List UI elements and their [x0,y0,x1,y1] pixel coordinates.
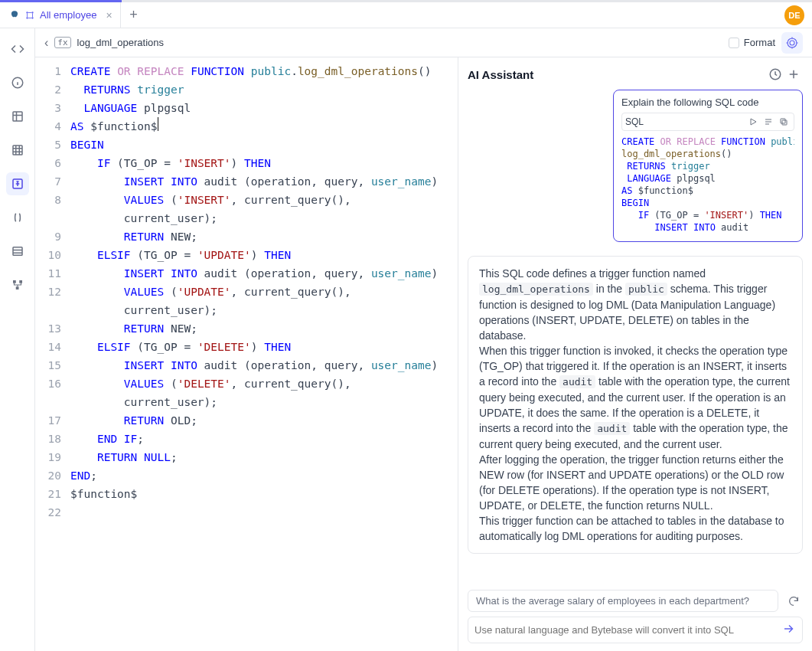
line-gutter: 12345678910111213141516171819202122 [35,57,69,651]
ai-input-box[interactable] [468,617,803,643]
svg-point-1 [31,11,33,13]
svg-rect-6 [13,146,22,155]
code-icon[interactable] [6,38,29,61]
prompt-code-preview: CREATE OR REPLACE FUNCTION public.log_dm… [621,136,794,234]
svg-point-3 [31,17,33,18]
postgres-icon [9,10,20,21]
tabs-row: All employee × + DE [0,2,812,28]
breadcrumb-name: log_dml_operations [77,37,164,48]
run-icon[interactable] [746,115,760,129]
prompt-lang-row: SQL [621,113,794,131]
function-icon[interactable] [6,172,29,195]
ai-input[interactable] [474,624,782,636]
history-icon[interactable] [766,65,784,83]
send-icon[interactable] [782,622,796,638]
new-chat-icon[interactable] [784,65,803,83]
back-icon[interactable]: ‹ [44,36,48,50]
ai-answer: This SQL code defines a trigger function… [468,256,803,554]
rows-icon[interactable] [6,240,29,263]
ai-assistant-toggle[interactable] [781,32,803,54]
close-icon[interactable]: × [106,9,112,21]
svg-rect-9 [13,280,16,283]
checkbox-icon [729,38,739,48]
prompt-title: Explain the following SQL code [621,97,794,108]
ai-title: AI Assistant [468,68,533,81]
parens-icon[interactable] [6,206,29,229]
add-tab-button[interactable]: + [121,2,147,28]
tab-all-employee[interactable]: All employee × [2,2,121,28]
svg-rect-16 [781,119,785,123]
suggestion-chip[interactable]: What is the average salary of employees … [468,590,778,612]
copy-icon[interactable] [777,115,791,129]
function-badge-icon: fx [54,37,70,48]
avatar[interactable]: DE [784,5,804,25]
svg-point-12 [790,41,794,45]
svg-rect-8 [13,247,22,256]
refresh-icon[interactable] [784,592,803,610]
svg-point-0 [26,11,28,13]
format-toggle[interactable]: Format [729,37,775,48]
svg-rect-15 [782,120,787,125]
svg-point-2 [26,17,28,18]
user-prompt-card: Explain the following SQL code SQL CREAT… [613,90,803,242]
flow-icon[interactable] [6,273,29,296]
svg-point-13 [788,38,797,47]
svg-rect-10 [19,280,22,283]
table-icon[interactable] [6,105,29,128]
list-icon[interactable] [761,115,775,129]
grid-icon[interactable] [6,139,29,162]
svg-rect-11 [15,286,18,290]
prompt-lang: SQL [625,116,644,127]
left-rail [0,28,35,651]
ai-assistant-panel: AI Assistant Explain the following SQL c… [458,57,812,651]
breadcrumb: ‹ fx log_dml_operations Format [35,28,812,57]
tab-label: All employee [40,9,96,21]
svg-rect-5 [13,112,22,121]
code-body[interactable]: CREATE OR REPLACE FUNCTION public.log_dm… [69,57,444,651]
info-icon[interactable] [6,71,29,94]
format-label: Format [744,37,775,48]
schema-icon [24,10,35,21]
code-editor[interactable]: 12345678910111213141516171819202122 CREA… [35,57,458,651]
